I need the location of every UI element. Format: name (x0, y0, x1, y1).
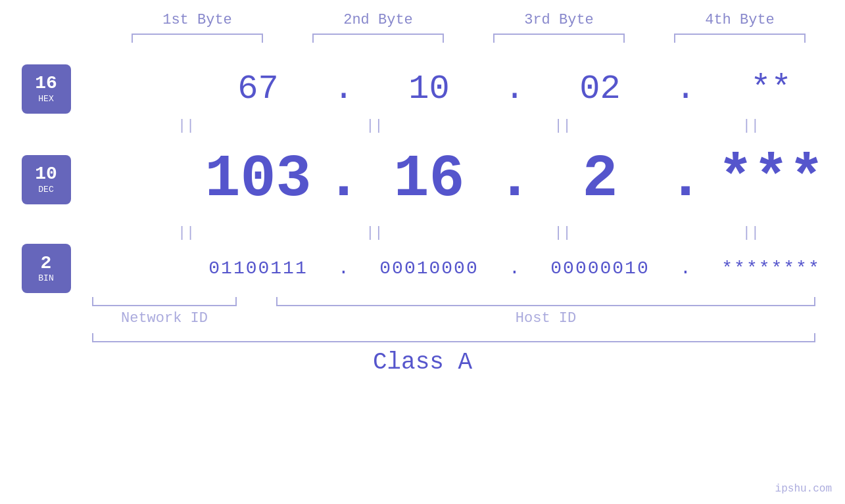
hex-row: 16 HEX 67 . 10 . 02 . ** (0, 62, 845, 115)
bin-badge: 2 BIN (22, 244, 71, 293)
dec-badge-label: DEC (38, 185, 53, 195)
dec-dot1: . (324, 146, 364, 213)
hex-badge: 16 HEX (22, 64, 71, 114)
bin-val-b3: 00000010 (550, 258, 649, 279)
bin-values-row: 01100111 . 00010000 . 00000010 . *******… (184, 246, 845, 292)
header-byte1: 1st Byte (125, 12, 270, 28)
equals-row-2: || || || || (0, 222, 845, 244)
host-id-label: Host ID (276, 310, 815, 327)
bin-badge-col: 2 BIN (0, 244, 92, 293)
bin-dot1: . (324, 258, 364, 279)
full-bracket-row (0, 333, 845, 342)
id-labels-row: Network ID Host ID (0, 310, 845, 327)
eq2-b4: || (679, 225, 823, 241)
full-bracket (92, 333, 815, 342)
eq1-b4: || (679, 118, 823, 134)
dec-val-b3: 2 (582, 146, 617, 213)
dec-badge: 10 DEC (22, 155, 71, 204)
header-byte4: 4th Byte (667, 12, 812, 28)
bin-b4-cell: ******** (706, 258, 837, 279)
dec-dot2: . (495, 146, 535, 213)
eq1-b1: || (114, 118, 258, 134)
bin-badge-label: BIN (38, 273, 53, 283)
hex-dot1: . (324, 70, 364, 108)
hex-dot3: . (666, 70, 706, 108)
bin-badge-num: 2 (41, 254, 52, 274)
bin-row: 2 BIN 01100111 . 00010000 . 00000010 . (0, 244, 845, 293)
eq1-b3: || (491, 118, 635, 134)
hex-values-row: 67 . 10 . 02 . ** (184, 62, 845, 115)
hex-val-b1: 67 (237, 70, 278, 108)
hex-val-b3: 02 (579, 70, 620, 108)
dec-b1-cell: 103 (193, 146, 324, 213)
dec-val-b1: 103 (205, 146, 311, 213)
top-brackets (107, 34, 831, 43)
hex-b1-cell: 67 (193, 70, 324, 108)
dec-b2-cell: 16 (364, 146, 495, 213)
bin-b3-cell: 00000010 (535, 258, 666, 279)
eq2-b3: || (491, 225, 635, 241)
dec-b3-cell: 2 (535, 146, 666, 213)
dec-dot3: . (666, 146, 706, 213)
host-bracket (276, 297, 815, 306)
dec-row: 10 DEC 103 . 16 . 2 . *** (0, 137, 845, 222)
eq2-b1: || (114, 225, 258, 241)
equals-row-1: || || || || (0, 115, 845, 137)
bin-val-b4: ******** (721, 258, 820, 279)
hex-val-b4: ** (750, 70, 791, 108)
bracket-byte4 (674, 34, 806, 43)
bin-dot3: . (666, 258, 706, 279)
dec-badge-col: 10 DEC (0, 155, 92, 204)
hex-badge-col: 16 HEX (0, 64, 92, 114)
header-byte2: 2nd Byte (306, 12, 450, 28)
byte-headers: 1st Byte 2nd Byte 3rd Byte 4th Byte (107, 12, 831, 28)
class-label: Class A (373, 349, 472, 376)
bin-val-b2: 00010000 (379, 258, 478, 279)
dec-val-b2: 16 (393, 146, 464, 213)
hex-badge-num: 16 (35, 74, 57, 94)
dec-val-b4: *** (717, 146, 824, 213)
bracket-byte1 (132, 34, 263, 43)
hex-val-b2: 10 (408, 70, 449, 108)
bin-dot2: . (495, 258, 535, 279)
bin-val-b1: 01100111 (208, 258, 307, 279)
hex-dot2: . (495, 70, 535, 108)
network-bracket (92, 297, 237, 306)
bracket-byte3 (493, 34, 625, 43)
bin-b1-cell: 01100111 (193, 258, 324, 279)
hex-b2-cell: 10 (364, 70, 495, 108)
main-container: 1st Byte 2nd Byte 3rd Byte 4th Byte 16 H… (0, 0, 845, 504)
bottom-brackets (0, 297, 845, 306)
dec-badge-num: 10 (35, 164, 57, 185)
bin-b2-cell: 00010000 (364, 258, 495, 279)
eq2-b2: || (302, 225, 447, 241)
dec-values-row: 103 . 16 . 2 . *** (184, 137, 845, 222)
dec-b4-cell: *** (706, 146, 837, 213)
hex-badge-label: HEX (38, 94, 53, 104)
header-byte3: 3rd Byte (487, 12, 631, 28)
hex-b4-cell: ** (706, 70, 837, 108)
bracket-byte2 (312, 34, 444, 43)
network-id-label: Network ID (92, 310, 237, 327)
hex-b3-cell: 02 (535, 70, 666, 108)
eq1-b2: || (302, 118, 447, 134)
watermark: ipshu.com (775, 483, 832, 495)
